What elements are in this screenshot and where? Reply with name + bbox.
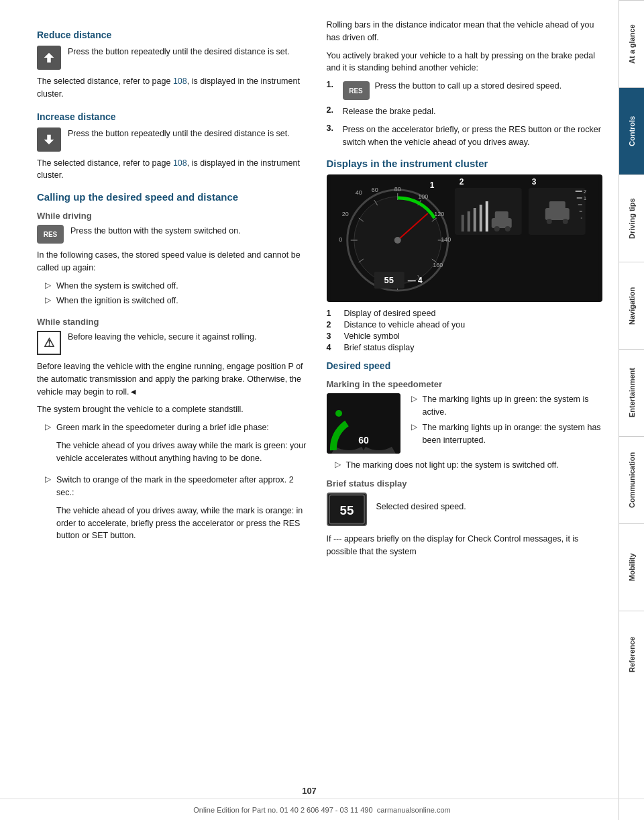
cluster-label-1-text: Display of desired speed [344, 309, 436, 318]
while-standing-para1: Before leaving the vehicle with the engi… [37, 360, 313, 398]
page: Reduce distance Press the button repeate… [0, 0, 644, 820]
bullet-green-mark: ▷ Green mark in the speedometer during a… [37, 421, 313, 470]
bullet-orange-light: ▷ The marking lights up in orange: the s… [411, 421, 603, 447]
brief-status-svg: 55 [328, 493, 366, 526]
sidebar: At a glance Controls Driving tips Naviga… [619, 0, 644, 820]
cluster-label-4-text: Brief status display [344, 343, 415, 352]
rolling-bars-text: Rolling bars in the distance indicator m… [327, 19, 603, 44]
right-column: Rolling bars in the distance indicator m… [327, 19, 603, 780]
left-column: Reduce distance Press the button repeate… [37, 19, 313, 780]
footer-text: Online Edition for Part no. 01 40 2 606 … [193, 806, 372, 814]
small-speedo-svg: 60 [327, 393, 400, 454]
step-2-text: Release the brake pedal. [343, 105, 436, 118]
step-1-text: Press the button to call up a stored des… [375, 80, 562, 93]
final-note: If --- appears briefly on the display fo… [327, 533, 603, 558]
svg-text:20: 20 [341, 211, 348, 217]
svg-text:120: 120 [434, 211, 444, 217]
svg-text:40: 40 [355, 189, 362, 196]
sidebar-tab-reference[interactable]: Reference [619, 611, 644, 698]
cluster-label-3: 3 Vehicle symbol [327, 331, 603, 341]
svg-text:160: 160 [433, 262, 443, 268]
while-standing-warning-box: ⚠ Before leaving the vehicle, secure it … [37, 331, 313, 355]
green-mark-desc: The vehicle ahead of you drives away whi… [56, 440, 313, 465]
sidebar-tab-driving-tips[interactable]: Driving tips [619, 174, 644, 262]
svg-text:60: 60 [358, 435, 369, 446]
svg-text:55: 55 [384, 275, 393, 285]
sidebar-tab-at-a-glance[interactable]: At a glance [619, 0, 644, 87]
step-2: 2. Release the brake pedal. [327, 105, 603, 118]
svg-text:80: 80 [394, 186, 400, 193]
orange-mark-label: Switch to orange of the mark in the spee… [56, 474, 313, 499]
svg-text:1: 1 [429, 181, 434, 190]
svg-rect-36 [485, 201, 488, 232]
svg-text:2: 2 [459, 177, 464, 187]
cluster-label-1: 1 Display of desired speed [327, 309, 603, 318]
bullet-arrow-icon-4: ▷ [45, 474, 51, 548]
bullet-arrow-icon-3: ▷ [45, 422, 51, 470]
small-speedometer: 60 [327, 393, 400, 454]
bullet-ignition-off: ▷ When the ignition is switched off. [37, 295, 313, 307]
bullet-marking-note: ▷ The marking does not light up: the sys… [327, 459, 603, 472]
svg-rect-33 [467, 211, 470, 232]
svg-point-39 [494, 226, 499, 232]
desired-speed-heading: Desired speed [327, 360, 603, 371]
reduce-distance-icon-box: Press the button repeatedly until the de… [37, 46, 313, 70]
sidebar-tab-entertainment[interactable]: Entertainment [619, 349, 644, 436]
footer-site: carmanualsonline.com [377, 806, 451, 814]
step-3-text: Press on the accelerator briefly, or pre… [343, 123, 603, 149]
svg-text:3: 3 [531, 177, 536, 187]
svg-point-46 [546, 219, 551, 224]
bullet-switched-off: ▷ When the system is switched off. [37, 280, 313, 293]
svg-point-26 [394, 237, 400, 244]
displays-heading: Displays in the instrument cluster [327, 158, 603, 169]
increase-distance-button-icon [37, 127, 61, 152]
page-number: 107 [302, 786, 317, 796]
svg-text:140: 140 [441, 236, 451, 243]
while-standing-warning: Before leaving the vehicle, secure it ag… [68, 331, 256, 344]
step-1: 1. RES Press the button to call up a sto… [327, 80, 603, 100]
increase-distance-section: Increase distance Press the button repea… [37, 111, 313, 183]
cluster-svg: 80 100 120 140 160 40 20 0 60 mph [327, 174, 603, 302]
sidebar-tab-communication[interactable]: Communication [619, 436, 644, 523]
svg-text:1: 1 [583, 195, 586, 201]
svg-rect-38 [494, 211, 508, 219]
bullet-arrow-icon-2: ▷ [45, 295, 51, 307]
reduce-distance-section: Reduce distance Press the button repeate… [37, 30, 313, 101]
while-driving-icon-box: RES Press the button with the system swi… [37, 225, 313, 244]
reduce-distance-button-icon [37, 46, 61, 70]
while-driving-heading: While driving [37, 211, 313, 221]
sidebar-tab-navigation[interactable]: Navigation [619, 262, 644, 349]
step-3: 3. Press on the accelerator briefly, or … [327, 123, 603, 149]
warning-triangle-icon: ⚠ [37, 331, 61, 355]
marking-bullets-list: ▷ The marking lights up in green: the sy… [411, 393, 603, 449]
bullet-orange-mark: ▷ Switch to orange of the mark in the sp… [37, 474, 313, 548]
calling-up-heading: Calling up the desired speed and distanc… [37, 191, 313, 203]
bullet-switched-off-text: When the system is switched off. [56, 280, 178, 293]
marking-in-speedometer-heading: Marking in the speedometer [327, 379, 603, 389]
cluster-label-2: 2 Distance to vehicle ahead of you [327, 320, 603, 329]
sidebar-tab-mobility[interactable]: Mobility [619, 523, 644, 611]
brief-status-display: 55 [327, 493, 367, 526]
brief-status-text: Selected desired speed. [376, 501, 466, 513]
res-button-step1: RES [343, 81, 370, 100]
while-driving-instruction: Press the button with the system switche… [70, 225, 241, 238]
cluster-label-2-text: Distance to vehicle ahead of you [344, 320, 466, 329]
reduce-distance-note: The selected distance, refer to page 108… [37, 75, 313, 101]
marking-note-text: The marking does not light up: the syste… [346, 459, 559, 472]
bullet-arrow-orange: ▷ [411, 422, 417, 447]
speedometer-marking-container: 60 ▷ The marking lights up in green: the… [327, 393, 603, 454]
arrow-up-icon [42, 132, 56, 147]
bullet-arrow-green: ▷ [411, 394, 417, 419]
reduce-distance-instruction: Press the button repeatedly until the de… [68, 46, 290, 58]
bullet-orange-text: The marking lights up in orange: the sys… [423, 421, 603, 447]
svg-text:100: 100 [418, 193, 428, 200]
svg-rect-32 [461, 215, 464, 232]
res-button-icon: RES [37, 225, 64, 244]
sidebar-tab-controls[interactable]: Controls [619, 87, 644, 174]
calling-up-section: Calling up the desired speed and distanc… [37, 191, 313, 548]
svg-text:0: 0 [339, 236, 342, 243]
cluster-label-3-text: Vehicle symbol [344, 331, 400, 341]
svg-text:— 4: — 4 [407, 276, 422, 285]
while-standing-para2: The system brought the vehicle to a comp… [37, 403, 313, 416]
instrument-cluster-display: 80 100 120 140 160 40 20 0 60 mph [327, 174, 603, 302]
